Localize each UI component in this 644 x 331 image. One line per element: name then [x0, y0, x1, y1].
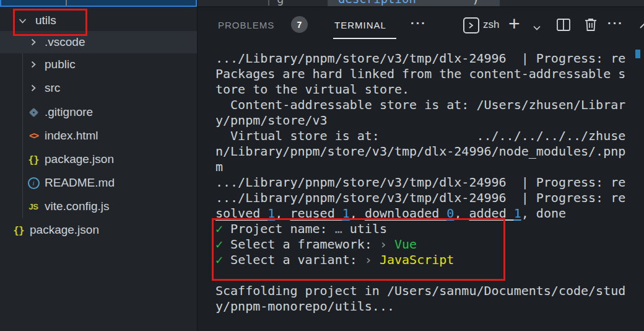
terminal-text-segment	[372, 252, 380, 267]
tree-file-README.md[interactable]: iREADME.md	[0, 172, 197, 194]
terminal-text-segment: Scaffolding project in /Users/sanmu/Docu…	[215, 283, 625, 298]
json-icon: {}	[27, 153, 40, 166]
tree-item-label: src	[45, 81, 60, 95]
terminal-line: Content-addressable store is at: /Users/…	[215, 97, 643, 113]
new-terminal-icon[interactable]: +	[508, 12, 520, 35]
terminal-text-segment: 1	[268, 206, 275, 221]
divider	[66, 0, 67, 6]
terminal-text-segment: Packages are hard linked from the conten…	[215, 66, 625, 81]
code-token: description	[338, 0, 416, 6]
terminal-line: .../Library/pnpm/store/v3/tmp/dlx-24996 …	[215, 51, 643, 66]
code-fragment: g	[277, 0, 284, 6]
split-terminal-icon[interactable]	[556, 18, 571, 34]
vscode-window: utils .vscodepublicsrc.gitignore<>index.…	[0, 0, 644, 331]
terminal-text-segment: Select a variant:	[223, 252, 365, 267]
terminal-line: Virtual store is at: ../../../../../zhus…	[215, 128, 643, 144]
more-actions-icon[interactable]: ···	[607, 16, 624, 30]
tree-item-label: utils	[35, 14, 56, 27]
terminal-text-segment: solved	[215, 206, 268, 221]
terminal-text-segment: ✓	[215, 221, 223, 236]
tree-item-label: index.html	[45, 129, 98, 143]
chevron-right-icon	[27, 36, 40, 48]
divider	[268, 0, 269, 6]
terminal-text-segment: y/pnpm/store/v3	[215, 113, 328, 128]
terminal-text-segment: Content-addressable store is at: /Users/…	[215, 97, 625, 112]
terminal-text-segment: ›	[380, 237, 387, 252]
tree-item-label: .vscode	[45, 35, 85, 49]
git-icon	[27, 106, 40, 118]
tree-item-label: vite.config.js	[45, 200, 110, 213]
json-icon: {}	[12, 224, 25, 236]
terminal-text-segment: reused	[290, 206, 342, 221]
terminal-text-segment: Select a framework:	[223, 237, 380, 252]
tree-file-index.html[interactable]: <>index.html	[0, 125, 197, 147]
terminal-text-segment: added	[469, 206, 513, 221]
tree-file-package.json[interactable]: {}package.json	[0, 219, 197, 241]
terminal-text-segment: n/Library/pnpm/store/v3/tmp/dlx-24996/no…	[215, 144, 625, 159]
terminal-line: ✓ Select a framework: › Vue	[215, 237, 643, 252]
problems-count-badge: 7	[291, 16, 308, 33]
terminal-text-segment: JavaScript	[380, 252, 454, 267]
code-fragment: ')	[465, 0, 479, 6]
chevron-down-icon	[16, 14, 28, 27]
panel-header: PROBLEMS 7 TERMINAL ··· zsh +	[197, 7, 644, 43]
terminal-text-segment: .../Library/pnpm/store/v3/tmp/dlx-24996 …	[215, 190, 625, 205]
terminal-text-segment: m	[215, 159, 223, 174]
terminal-text-segment: 1	[514, 206, 521, 221]
terminal-line: Packages are hard linked from the conten…	[215, 66, 643, 82]
terminal-text-segment: Project name:	[223, 221, 335, 236]
terminal-line: ✓ Select a variant: › JavaScript	[215, 252, 643, 268]
terminal-line: m	[215, 159, 643, 175]
terminal-text-segment: ✓	[215, 237, 223, 252]
terminal-text-segment: tore to the virtual store.	[215, 82, 409, 97]
tree-file-vite.config.js[interactable]: JSvite.config.js	[0, 195, 197, 218]
terminal-line: .../Library/pnpm/store/v3/tmp/dlx-24996 …	[215, 190, 643, 206]
terminal-text-segment: Vue	[394, 237, 417, 252]
shell-name-label: zsh	[483, 19, 499, 31]
terminal-text-segment: .../Library/pnpm/store/v3/tmp/dlx-24996 …	[215, 175, 625, 190]
tree-file-package.json[interactable]: {}package.json	[0, 148, 197, 170]
terminal-text-segment: ,	[275, 206, 290, 221]
terminal-line	[215, 268, 643, 283]
tree-item-label: public	[45, 58, 76, 71]
tree-item-label: .gitignore	[45, 105, 93, 119]
terminal-output: .../Library/pnpm/store/v3/tmp/dlx-24996 …	[215, 51, 643, 314]
terminal-text-segment: downloaded	[365, 206, 446, 221]
terminal-text-segment	[387, 237, 394, 252]
terminal-line: solved 1, reused 1, downloaded 0, added …	[215, 206, 643, 221]
terminal-profile-icon[interactable]	[463, 17, 479, 33]
chevron-down-icon[interactable]	[533, 22, 541, 33]
info-icon: i	[27, 177, 40, 189]
terminal-text-segment: …	[335, 221, 342, 236]
tree-folder-src[interactable]: src	[0, 77, 197, 99]
panel-maximize-icon[interactable]	[639, 21, 644, 32]
terminal-text-segment: ,	[454, 206, 469, 221]
terminal-line: n/Library/pnpm/store/v3/tmp/dlx-24996/no…	[215, 144, 643, 159]
tree-folder-.vscode[interactable]: .vscode	[0, 31, 197, 53]
tab-problems[interactable]: PROBLEMS	[218, 20, 274, 30]
trash-icon[interactable]	[584, 17, 598, 35]
tree-file-.gitignore[interactable]: .gitignore	[0, 101, 197, 123]
divider	[197, 0, 198, 331]
terminal-line: tore to the virtual store.	[215, 82, 643, 97]
more-tabs-icon[interactable]: ···	[411, 16, 427, 30]
bottom-panel: g description ') PROBLEMS 7 TERMINAL ···…	[197, 0, 644, 331]
tree-folder-public[interactable]: public	[0, 53, 197, 76]
terminal-text-segment: y/pnpm-monorepo/utils...	[215, 299, 394, 314]
tree-folder-utils[interactable]: utils	[0, 9, 197, 32]
terminal-text-segment: ,	[350, 206, 365, 221]
html-icon: <>	[27, 130, 40, 142]
terminal-text-segment: 0	[446, 206, 454, 221]
active-tab-underline	[333, 38, 396, 39]
chevron-right-icon	[27, 82, 40, 94]
terminal-line: .../Library/pnpm/store/v3/tmp/dlx-24996 …	[215, 175, 643, 190]
terminal-text-segment: utils	[342, 221, 387, 236]
terminal-line: y/pnpm/store/v3	[215, 113, 643, 128]
selected-item-sliver	[0, 0, 197, 7]
terminal-line: Scaffolding project in /Users/sanmu/Docu…	[215, 283, 643, 299]
scrollbar-thumb[interactable]	[635, 50, 640, 58]
tree-item-label: package.json	[30, 223, 99, 237]
js-icon: JS	[27, 200, 40, 213]
tree-item-label: package.json	[45, 152, 114, 166]
tab-terminal[interactable]: TERMINAL	[334, 20, 386, 30]
